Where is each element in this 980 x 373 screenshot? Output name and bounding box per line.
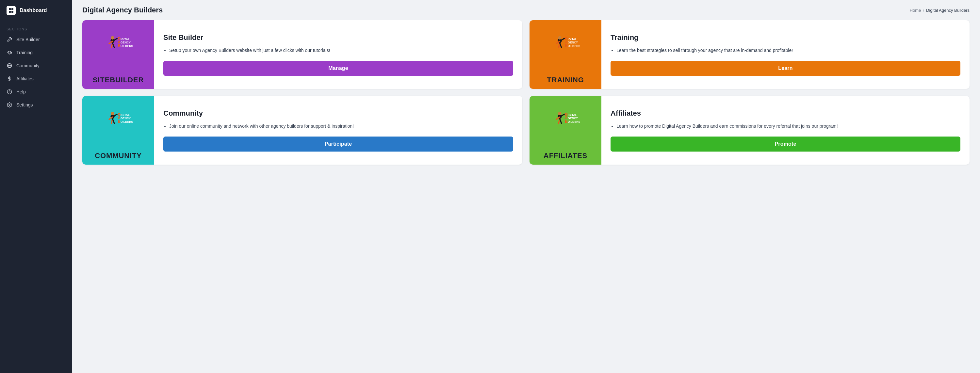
- page-title: Digital Agency Builders: [82, 6, 163, 14]
- svg-text:GENCY: GENCY: [568, 41, 578, 44]
- card-affiliates: D IGITAL A GENCY B UILDERS AFFILIATES Af…: [530, 96, 970, 165]
- svg-text:IGITAL: IGITAL: [568, 113, 577, 117]
- breadcrumb-home: Home: [910, 8, 921, 13]
- sidebar-item-label-help: Help: [16, 89, 26, 94]
- sidebar-item-label-settings: Settings: [16, 102, 33, 108]
- card-title-affiliates: Affiliates: [611, 109, 960, 117]
- sidebar-item-label-site-builder: Site Builder: [16, 37, 40, 42]
- card-description-affiliates: Learn how to promote Digital Agency Buil…: [611, 123, 960, 131]
- svg-point-47: [558, 112, 562, 116]
- svg-text:UILDERS: UILDERS: [121, 44, 133, 48]
- cards-grid: D IGITAL A GENCY B UILDERS SITEBUILDER S…: [72, 20, 980, 175]
- card-logo-site-builder: D IGITAL A GENCY B UILDERS: [82, 20, 154, 73]
- svg-rect-3: [11, 11, 13, 13]
- sidebar-item-community[interactable]: Community: [0, 59, 72, 72]
- card-image-community: D IGITAL A GENCY B UILDERS COMMUNITY: [82, 96, 154, 165]
- card-button-training[interactable]: Learn: [611, 61, 960, 76]
- top-bar: Digital Agency Builders Home / Digital A…: [72, 0, 980, 20]
- sidebar: Dashboard Sections Site Builder Training…: [0, 0, 72, 373]
- card-button-affiliates[interactable]: Promote: [611, 137, 960, 152]
- card-content-site-builder: Site Builder Setup your own Agency Build…: [154, 20, 522, 89]
- sidebar-item-site-builder[interactable]: Site Builder: [0, 33, 72, 46]
- card-title-community: Community: [163, 109, 513, 117]
- card-image-training: D IGITAL A GENCY B UILDERS TRAINING: [530, 20, 601, 89]
- card-site-builder: D IGITAL A GENCY B UILDERS SITEBUILDER S…: [82, 20, 522, 89]
- svg-text:IGITAL: IGITAL: [568, 38, 577, 41]
- svg-text:B: B: [565, 43, 568, 48]
- sidebar-item-help[interactable]: Help: [0, 85, 72, 98]
- card-training: D IGITAL A GENCY B UILDERS TRAINING Trai…: [530, 20, 970, 89]
- card-image-affiliates: D IGITAL A GENCY B UILDERS AFFILIATES: [530, 96, 601, 165]
- card-description-site-builder: Setup your own Agency Builders website w…: [163, 47, 513, 56]
- card-label-community: COMMUNITY: [82, 148, 154, 165]
- card-content-affiliates: Affiliates Learn how to promote Digital …: [601, 96, 970, 165]
- svg-point-11: [111, 36, 115, 40]
- dashboard-icon: [6, 6, 16, 15]
- svg-rect-0: [9, 8, 11, 10]
- card-content-community: Community Join our online community and …: [154, 96, 522, 165]
- dollar-icon: [6, 76, 13, 82]
- svg-text:UILDERS: UILDERS: [568, 44, 580, 48]
- graduation-icon: [6, 50, 13, 56]
- card-content-training: Training Learn the best strategies to se…: [601, 20, 970, 89]
- card-title-training: Training: [611, 33, 960, 42]
- svg-line-27: [560, 43, 562, 48]
- sidebar-item-affiliates[interactable]: Affiliates: [0, 72, 72, 85]
- sidebar-item-label-community: Community: [16, 63, 40, 68]
- svg-text:B: B: [118, 43, 121, 48]
- breadcrumb-current: Digital Agency Builders: [926, 8, 970, 13]
- svg-rect-1: [11, 8, 13, 10]
- svg-text:UILDERS: UILDERS: [568, 120, 580, 124]
- main-content: Digital Agency Builders Home / Digital A…: [72, 0, 980, 373]
- svg-text:B: B: [118, 119, 121, 124]
- card-button-community[interactable]: Participate: [163, 137, 513, 152]
- svg-text:UILDERS: UILDERS: [121, 120, 133, 124]
- svg-text:GENCY: GENCY: [121, 117, 130, 120]
- svg-point-23: [558, 36, 562, 40]
- sidebar-item-settings[interactable]: Settings: [0, 98, 72, 111]
- card-logo-affiliates: D IGITAL A GENCY B UILDERS: [530, 96, 601, 148]
- card-label-training: TRAINING: [530, 73, 601, 89]
- card-community: D IGITAL A GENCY B UILDERS COMMUNITY Com…: [82, 96, 522, 165]
- sidebar-header[interactable]: Dashboard: [0, 0, 72, 21]
- settings-icon: [6, 102, 13, 108]
- svg-point-9: [9, 104, 10, 105]
- svg-line-51: [560, 119, 562, 124]
- sidebar-title: Dashboard: [20, 8, 47, 13]
- card-description-community: Join our online community and network wi…: [163, 123, 513, 131]
- card-logo-training: D IGITAL A GENCY B UILDERS: [530, 20, 601, 73]
- svg-text:GENCY: GENCY: [121, 41, 130, 44]
- card-button-site-builder[interactable]: Manage: [163, 61, 513, 76]
- sidebar-item-label-training: Training: [16, 50, 33, 55]
- card-label-affiliates: AFFILIATES: [530, 148, 601, 165]
- card-image-site-builder: D IGITAL A GENCY B UILDERS SITEBUILDER: [82, 20, 154, 89]
- card-label-site-builder: SITEBUILDER: [82, 73, 154, 89]
- card-title-site-builder: Site Builder: [163, 33, 513, 42]
- wrench-icon: [6, 37, 13, 43]
- card-logo-community: D IGITAL A GENCY B UILDERS: [82, 96, 154, 148]
- svg-point-35: [111, 112, 115, 116]
- sidebar-section-label: Sections: [0, 21, 72, 33]
- svg-text:IGITAL: IGITAL: [121, 38, 130, 41]
- sidebar-item-training[interactable]: Training: [0, 46, 72, 59]
- globe-icon: [6, 63, 13, 68]
- help-icon: [6, 89, 13, 95]
- svg-line-39: [113, 119, 115, 124]
- svg-line-15: [113, 43, 115, 48]
- svg-text:IGITAL: IGITAL: [121, 113, 130, 117]
- sidebar-item-label-affiliates: Affiliates: [16, 76, 33, 81]
- svg-rect-2: [9, 11, 11, 13]
- breadcrumb-separator: /: [923, 8, 924, 13]
- svg-text:B: B: [565, 119, 568, 124]
- svg-text:GENCY: GENCY: [568, 117, 578, 120]
- card-description-training: Learn the best strategies to sell throug…: [611, 47, 960, 56]
- breadcrumb: Home / Digital Agency Builders: [910, 8, 970, 13]
